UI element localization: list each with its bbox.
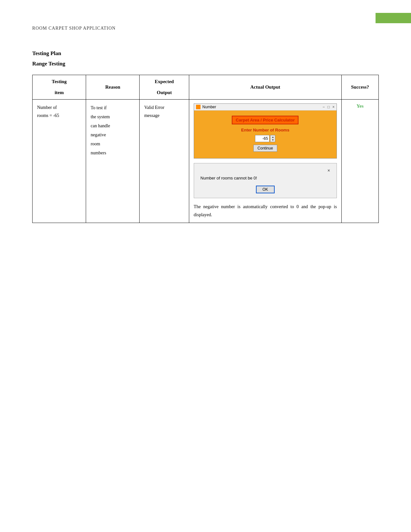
green-accent-bar: [376, 13, 411, 23]
section-title: Testing Plan: [32, 50, 379, 57]
dialog-box: × Number of rooms cannot be 0! OK: [194, 163, 337, 198]
app-body: Carpet Area / Price Calculator Enter Num…: [194, 111, 337, 158]
spinner-up-icon: ▲: [271, 136, 274, 139]
td-expected: Valid Error message: [140, 100, 189, 223]
maximize-icon[interactable]: □: [328, 105, 330, 109]
reason-line2: the system: [91, 114, 110, 119]
app-window-title: Number: [202, 105, 216, 109]
app-titlebar: Number − □ ×: [194, 104, 337, 111]
reason-line5: room: [91, 141, 100, 146]
number-input-row: ▲ ▼: [201, 135, 330, 142]
titlebar-controls: − □ ×: [323, 105, 335, 109]
rooms-input[interactable]: [255, 135, 269, 142]
app-window: Number − □ × Carpet Area / Price Calcula…: [194, 103, 337, 159]
testing-item-line1: Number of: [37, 105, 57, 110]
reason-line4: negative: [91, 132, 106, 137]
th-expected-top: Expected: [144, 79, 184, 84]
app-icon: [196, 105, 201, 109]
continue-button[interactable]: Continue: [253, 145, 277, 152]
table-row: Number of rooms = -65 To test if the sys…: [33, 100, 379, 223]
td-testing-item: Number of rooms = -65: [33, 100, 86, 223]
expected-line2: message: [144, 113, 159, 118]
th-reason: Reason: [86, 75, 140, 100]
dialog-ok-row: OK: [201, 186, 330, 193]
app-header-text: Carpet Area / Price Calculator: [232, 116, 298, 124]
td-success: Yes: [341, 100, 378, 223]
dialog-close-icon[interactable]: ×: [328, 168, 330, 173]
expected-line1: Valid Error: [144, 105, 164, 110]
th-testing-label: Testing: [37, 79, 81, 84]
spinner-down-icon: ▼: [271, 139, 274, 141]
th-actual-output: Actual Output: [189, 75, 341, 100]
th-testing: Testing item: [33, 75, 86, 100]
th-item-label: item: [37, 90, 81, 95]
th-success: Success?: [341, 75, 378, 100]
test-table: Testing item Reason Expected Output Actu…: [32, 75, 379, 223]
actual-description: The negative number is automatically con…: [194, 203, 337, 219]
reason-line1: To test if: [91, 105, 107, 110]
enter-rooms-label: Enter Number of Rooms: [201, 128, 330, 132]
reason-line6: numbers: [91, 150, 106, 155]
dialog-message: Number of rooms cannot be 0!: [201, 176, 330, 180]
td-actual-output: Number − □ × Carpet Area / Price Calcula…: [189, 100, 341, 223]
td-reason: To test if the system can handle negativ…: [86, 100, 140, 223]
titlebar-left: Number: [196, 105, 216, 109]
dialog-close-row: ×: [201, 168, 330, 173]
reason-line3: can handle: [91, 123, 110, 128]
sub-section-title: Range Testing: [32, 61, 379, 67]
success-value: Yes: [346, 103, 374, 109]
minimize-icon[interactable]: −: [323, 105, 325, 109]
testing-item-line2: rooms = -65: [37, 113, 59, 118]
page-title: ROOM CARPET SHOP APPLICATION: [32, 26, 379, 31]
spinner-control[interactable]: ▲ ▼: [270, 135, 275, 142]
ok-button[interactable]: OK: [256, 186, 274, 193]
th-expected-bottom: Output: [144, 90, 184, 95]
th-expected: Expected Output: [140, 75, 189, 100]
close-icon[interactable]: ×: [332, 105, 335, 109]
